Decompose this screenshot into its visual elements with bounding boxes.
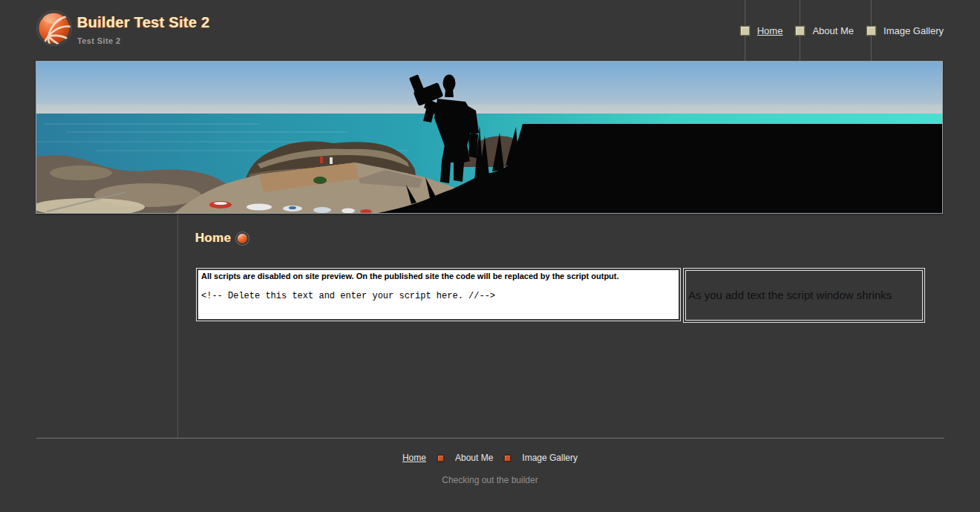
orange-square-bullet-icon — [437, 455, 444, 462]
header-nav: Home About Me Image Gallery — [740, 0, 944, 61]
orange-sphere-bullet-icon — [238, 234, 247, 243]
site-subtitle: Test Site 2 — [77, 36, 210, 45]
footer-link-home[interactable]: Home — [402, 453, 426, 463]
square-bullet-icon — [795, 26, 805, 36]
page-heading-row: Home — [195, 231, 247, 246]
nav-item-label: About Me — [812, 25, 854, 36]
square-bullet-icon — [740, 26, 750, 36]
script-code-comment: <!-- Delete this text and enter your scr… — [201, 291, 676, 301]
content-divider-vertical — [177, 214, 178, 438]
page-heading: Home — [195, 231, 231, 246]
text-content: As you add text the script window shrink… — [688, 289, 892, 301]
text-content-inner[interactable]: As you add text the script window shrink… — [685, 270, 923, 321]
orange-square-bullet-icon — [504, 455, 511, 462]
nav-item-image-gallery[interactable]: Image Gallery — [866, 0, 944, 61]
nav-item-home[interactable]: Home — [740, 0, 783, 61]
coastal-photo-illustration — [36, 62, 942, 213]
banner-image — [36, 61, 943, 214]
footer-nav: Home About Me Image Gallery — [0, 453, 980, 463]
footer-tagline: Checking out the builder — [0, 475, 980, 485]
text-content-box[interactable]: As you add text the script window shrink… — [683, 268, 925, 323]
site-logo-icon[interactable] — [36, 10, 73, 47]
script-placeholder-inner[interactable]: All scripts are disabled on site preview… — [198, 270, 679, 319]
content-boxes: All scripts are disabled on site preview… — [196, 268, 925, 323]
script-placeholder-box[interactable]: All scripts are disabled on site preview… — [196, 268, 681, 321]
footer-link-image-gallery[interactable]: Image Gallery — [522, 453, 578, 463]
nav-item-label: Image Gallery — [883, 25, 944, 36]
nav-item-label: Home — [757, 25, 783, 36]
script-disabled-notice: All scripts are disabled on site preview… — [201, 271, 676, 281]
nav-item-about-me[interactable]: About Me — [795, 0, 854, 61]
footer-divider — [36, 438, 944, 439]
footer-link-about-me[interactable]: About Me — [455, 453, 493, 463]
site-title-block: Builder Test Site 2 Test Site 2 — [77, 14, 210, 45]
square-bullet-icon — [866, 26, 876, 36]
site-title: Builder Test Site 2 — [77, 14, 210, 31]
